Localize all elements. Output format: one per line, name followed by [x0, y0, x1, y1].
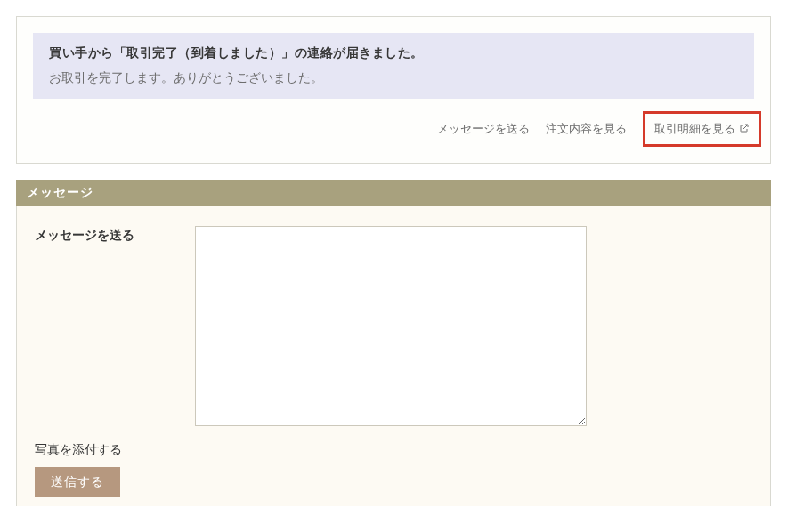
attach-photo-link[interactable]: 写真を添付する [35, 442, 122, 458]
send-message-label: メッセージを送る [437, 121, 530, 137]
notice-box: 買い手から「取引完了（到着しました）」の連絡が届きました。 お取引を完了します。… [33, 33, 754, 99]
message-form: メッセージを送る 写真を添付する 送信する [16, 206, 771, 506]
external-link-icon [739, 123, 750, 136]
notice-body: お取引を完了します。ありがとうございました。 [49, 70, 738, 86]
message-section-title: メッセージ [16, 180, 771, 206]
view-order-label: 注文内容を見る [546, 121, 627, 137]
message-row: メッセージを送る [35, 226, 752, 426]
view-detail-label: 取引明細を見る [654, 121, 735, 137]
view-detail-link[interactable]: 取引明細を見る [643, 111, 761, 147]
message-label: メッセージを送る [35, 226, 168, 246]
send-message-link[interactable]: メッセージを送る [437, 121, 530, 137]
message-textarea[interactable] [195, 226, 587, 426]
notification-panel: 買い手から「取引完了（到着しました）」の連絡が届きました。 お取引を完了します。… [16, 16, 771, 164]
send-button[interactable]: 送信する [35, 467, 120, 497]
notice-title: 買い手から「取引完了（到着しました）」の連絡が届きました。 [49, 45, 738, 61]
view-order-link[interactable]: 注文内容を見る [546, 121, 627, 137]
action-links: メッセージを送る 注文内容を見る 取引明細を見る [33, 111, 754, 147]
